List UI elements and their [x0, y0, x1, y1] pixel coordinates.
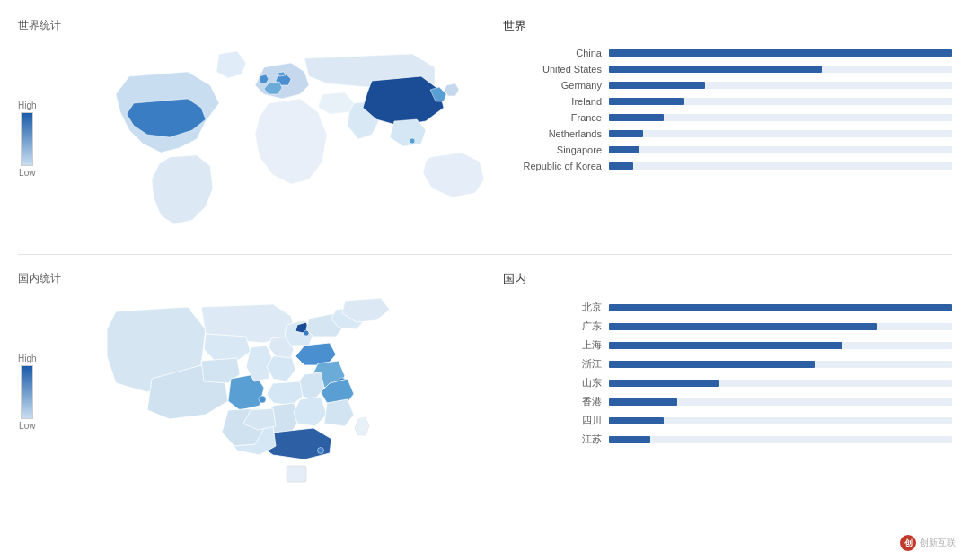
world-bar-label: Ireland	[503, 96, 602, 107]
hubei-province	[267, 381, 303, 406]
world-map-svg	[80, 40, 511, 238]
china-chart-title: 国内	[503, 271, 952, 287]
china-bar-list: 北京 广东 上海 浙江 山东 香港	[503, 296, 952, 446]
world-bar-fill	[609, 49, 952, 57]
china-bar-label: 上海	[503, 338, 602, 352]
world-chart-section: 世界 China United States Germany Ireland F…	[503, 18, 952, 238]
world-bar-item: United States	[503, 64, 952, 74]
china-bar-item: 上海	[503, 338, 952, 352]
world-bar-track	[609, 130, 952, 137]
world-legend-high: High	[18, 101, 37, 110]
china-bar-label: 广东	[503, 319, 602, 333]
china-bar-track	[609, 380, 952, 387]
world-bar-track	[609, 49, 952, 57]
china-legend-bar	[21, 365, 33, 419]
world-bar-track	[609, 82, 952, 89]
watermark-icon: 创	[900, 535, 916, 551]
world-bar-fill	[609, 146, 639, 153]
china-bar-item: 北京	[503, 301, 952, 314]
hongkong-province	[317, 448, 323, 454]
china-bar-track	[609, 417, 952, 424]
section-divider	[18, 254, 952, 255]
china-row: 国内统计 High Low	[18, 271, 952, 491]
china-legend-high: High	[18, 354, 37, 363]
fujian-province	[324, 399, 354, 426]
china-bar-track	[609, 342, 952, 349]
world-bar-label: China	[503, 48, 602, 58]
world-bar-track	[609, 162, 952, 170]
world-bar-item: France	[503, 112, 952, 123]
world-bar-label: Netherlands	[503, 128, 602, 139]
world-legend: High Low	[18, 101, 37, 178]
world-legend-low: Low	[19, 168, 35, 178]
australia-region	[423, 153, 484, 197]
watermark-text: 创新互联	[920, 537, 956, 549]
china-bar-item: 江苏	[503, 433, 952, 446]
world-bar-item: Germany	[503, 80, 952, 91]
china-legend: High Low	[18, 354, 37, 431]
world-bar-label: Republic of Korea	[503, 161, 602, 171]
china-bar-item: 山东	[503, 376, 952, 389]
hainan-province	[287, 466, 306, 482]
china-bar-fill	[609, 342, 842, 349]
netherlands-region	[278, 72, 286, 76]
world-bar-item: Ireland	[503, 96, 952, 107]
china-bar-track	[609, 323, 952, 330]
china-map-svg	[98, 293, 439, 491]
china-bar-track	[609, 436, 952, 443]
china-bar-fill	[609, 398, 677, 406]
china-map-container	[98, 293, 439, 491]
china-bar-track	[609, 304, 952, 311]
china-map-title: 国内统计	[18, 271, 485, 286]
middle-east-region	[318, 92, 354, 114]
world-bar-label: France	[503, 112, 602, 123]
chongqing-province	[259, 396, 266, 403]
world-bar-item: China	[503, 48, 952, 58]
jiangxi-province	[294, 397, 327, 426]
world-bar-list: China United States Germany Ireland Fran…	[503, 43, 952, 171]
china-region	[363, 76, 444, 126]
china-chart-section: 国内 北京 广东 上海 浙江 山东	[503, 271, 952, 491]
world-bar-item: Republic of Korea	[503, 161, 952, 171]
world-bar-fill	[609, 130, 643, 137]
world-map-section: 世界统计 High Low	[18, 18, 485, 238]
china-bar-fill	[609, 417, 664, 424]
world-bar-label: United States	[503, 64, 602, 74]
greenland-region	[216, 51, 246, 78]
china-bar-fill	[609, 436, 650, 443]
world-bar-fill	[609, 98, 684, 105]
world-map-container	[80, 40, 511, 238]
world-bar-fill	[609, 114, 664, 121]
china-bar-fill	[609, 380, 719, 387]
world-bar-track	[609, 66, 952, 73]
world-bar-fill	[609, 162, 633, 170]
china-legend-low: Low	[19, 421, 35, 431]
china-bar-label: 江苏	[503, 433, 602, 446]
world-bar-fill	[609, 82, 705, 89]
china-bar-track	[609, 398, 952, 406]
china-bar-fill	[609, 361, 815, 368]
china-bar-track	[609, 361, 952, 368]
china-bar-item: 广东	[503, 319, 952, 333]
china-bar-label: 四川	[503, 414, 602, 427]
world-legend-bar	[21, 112, 33, 166]
world-bar-label: Singapore	[503, 144, 602, 155]
world-bar-track	[609, 114, 952, 121]
china-map-section: 国内统计 High Low	[18, 271, 485, 491]
china-bar-label: 香港	[503, 395, 602, 408]
gansu-province	[204, 334, 251, 361]
page-container: 世界统计 High Low	[0, 0, 970, 500]
watermark: 创 创新互联	[900, 535, 956, 551]
world-bar-item: Netherlands	[503, 128, 952, 139]
world-bar-label: Germany	[503, 80, 602, 91]
china-bar-fill	[609, 323, 877, 330]
world-map-title: 世界统计	[18, 18, 485, 33]
world-bar-fill	[609, 66, 822, 73]
world-bar-track	[609, 146, 952, 153]
japan-region	[445, 83, 459, 96]
china-bar-label: 山东	[503, 376, 602, 389]
se-asia-region	[390, 119, 426, 146]
world-bar-item: Singapore	[503, 144, 952, 155]
china-bar-item: 香港	[503, 395, 952, 408]
china-bar-label: 北京	[503, 301, 602, 314]
